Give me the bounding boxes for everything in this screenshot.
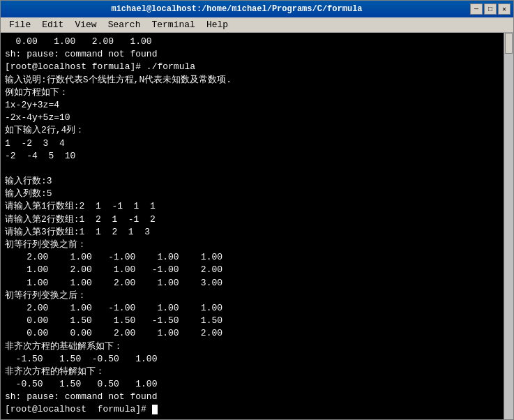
menu-edit[interactable]: Edit: [36, 19, 69, 31]
scrollbar-thumb[interactable]: [505, 33, 513, 54]
window: michael@localhost:/home/michael/Programs…: [0, 0, 514, 420]
window-title: michael@localhost:/home/michael/Programs…: [3, 4, 470, 14]
terminal[interactable]: 0.00 1.00 2.00 1.00 sh: pause: command n…: [1, 33, 513, 419]
menu-view[interactable]: View: [69, 19, 102, 31]
cursor: [152, 405, 158, 414]
terminal-content: 0.00 1.00 2.00 1.00 sh: pause: command n…: [5, 36, 509, 417]
title-bar-buttons: ─ □ ✕: [470, 3, 511, 15]
close-button[interactable]: ✕: [498, 3, 511, 15]
menu-bar: File Edit View Search Terminal Help: [1, 17, 513, 33]
scrollbar[interactable]: [504, 33, 513, 419]
minimize-button[interactable]: ─: [470, 3, 483, 15]
maximize-button[interactable]: □: [484, 3, 497, 15]
title-bar: michael@localhost:/home/michael/Programs…: [1, 1, 513, 17]
menu-search[interactable]: Search: [103, 19, 146, 31]
menu-terminal[interactable]: Terminal: [146, 19, 200, 31]
menu-file[interactable]: File: [3, 19, 36, 31]
menu-help[interactable]: Help: [201, 19, 234, 31]
